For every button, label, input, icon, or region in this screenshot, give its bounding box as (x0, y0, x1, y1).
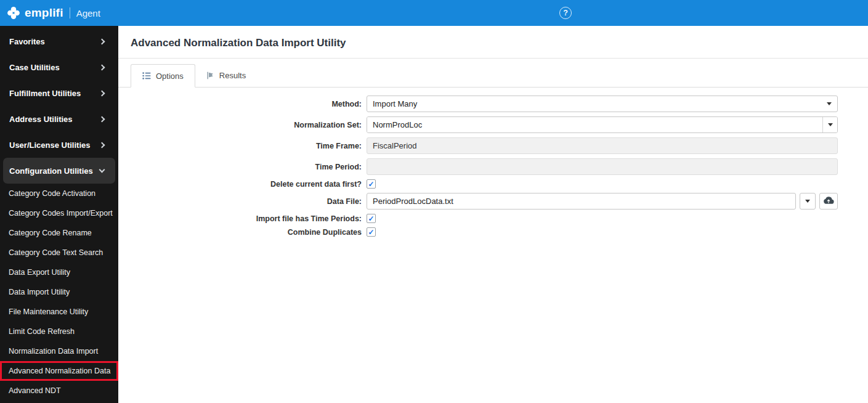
sidebar-subitem-category-code-rename[interactable]: Category Code Rename (0, 223, 118, 243)
sidebar-subitem-label: Category Code Activation (9, 189, 95, 198)
sidebar-item-case-utilities[interactable]: Case Utilities (3, 54, 115, 80)
sidebar-subitem-label: Category Code Text Search (9, 248, 103, 257)
topbar: emplifi Agent ? (0, 0, 868, 26)
chevron-down-icon (828, 123, 833, 126)
form-row-delete-current: Delete current data first? (118, 179, 838, 189)
import-has-time-periods-label: Import file has Time Periods: (118, 214, 367, 223)
delete-current-checkbox[interactable] (367, 179, 376, 189)
brand: emplifi Agent (6, 6, 100, 20)
sidebar: Favorites Case Utilities Fulfillment Uti… (0, 26, 118, 403)
sidebar-item-fulfillment-utilities[interactable]: Fulfillment Utilities (3, 80, 115, 106)
form-row-import-has-time-periods: Import file has Time Periods: (118, 214, 838, 223)
emplifi-logo-icon (6, 6, 21, 20)
data-file-group (367, 193, 838, 210)
delete-current-label: Delete current data first? (118, 180, 367, 189)
chevron-down-icon (827, 102, 832, 105)
combine-duplicates-label: Combine Duplicates (118, 228, 367, 237)
data-file-input[interactable] (367, 193, 796, 210)
page-title: Advanced Normalization Data Import Utili… (118, 26, 868, 49)
chevron-right-icon (99, 90, 105, 96)
sidebar-item-label: Configuration Utilities (9, 166, 93, 176)
data-file-dropdown-button[interactable] (800, 193, 816, 210)
sidebar-subitem-normalization-data-import[interactable]: Normalization Data Import (0, 341, 118, 361)
sidebar-subitem-label: Normalization Data Import (9, 347, 98, 356)
normalization-set-combobox (367, 116, 838, 133)
time-period-label: Time Period: (118, 163, 367, 171)
chevron-right-icon (99, 38, 105, 44)
tab-bar: Options Results (118, 64, 868, 88)
data-file-upload-button[interactable] (819, 193, 838, 210)
form-row-normalization-set: Normalization Set: (118, 116, 838, 133)
chevron-right-icon (99, 64, 105, 70)
tab-label: Options (156, 71, 184, 81)
form-row-data-file: Data File: (118, 193, 838, 210)
sidebar-subitem-label: Data Import Utility (9, 288, 70, 296)
sidebar-subitem-data-import-utility[interactable]: Data Import Utility (0, 282, 118, 302)
sidebar-subitem-label: Advanced Normalization Data (9, 367, 110, 375)
form-row-method: Method: Import Many (118, 96, 838, 112)
normalization-set-dropdown-button[interactable] (822, 117, 837, 132)
sidebar-subitem-file-maintenance-utility[interactable]: File Maintenance Utility (0, 302, 118, 322)
method-label: Method: (118, 100, 367, 108)
form-row-time-period: Time Period: (118, 158, 838, 175)
options-form: Method: Import Many Normalization Set: (118, 88, 868, 237)
app-name: Agent (76, 8, 100, 18)
time-frame-input (367, 137, 838, 154)
brand-separator (70, 7, 70, 18)
sidebar-item-address-utilities[interactable]: Address Utilities (3, 106, 115, 132)
form-row-combine-duplicates: Combine Duplicates (118, 227, 838, 237)
sidebar-subitem-label: Data Export Utility (9, 268, 70, 277)
sidebar-subitem-label: Category Codes Import/Export (9, 209, 113, 218)
sidebar-item-label: Fulfillment Utilities (9, 89, 81, 98)
sidebar-subitem-advanced-ndt[interactable]: Advanced NDT (0, 381, 118, 401)
chevron-down-icon (99, 166, 105, 173)
sidebar-item-label: Case Utilities (9, 63, 60, 72)
chevron-down-icon (805, 200, 810, 203)
flag-icon (206, 71, 214, 79)
brand-name: emplifi (25, 6, 63, 20)
sidebar-subitem-category-codes-import-export[interactable]: Category Codes Import/Export (0, 203, 118, 223)
data-file-label: Data File: (118, 197, 367, 206)
chevron-right-icon (99, 142, 105, 148)
list-icon (142, 72, 151, 79)
chevron-right-icon (99, 116, 105, 122)
normalization-set-input[interactable] (367, 117, 822, 132)
sidebar-item-label: Favorites (9, 37, 45, 46)
normalization-set-label: Normalization Set: (118, 121, 367, 129)
app-window: emplifi Agent ? Favorites Case Utilities… (0, 0, 868, 403)
help-icon[interactable]: ? (559, 7, 572, 19)
sidebar-subitem-label: Limit Code Refresh (9, 327, 75, 336)
main-content: Advanced Normalization Data Import Utili… (118, 26, 868, 403)
form-row-time-frame: Time Frame: (118, 137, 838, 154)
sidebar-subitem-advanced-normalization-data[interactable]: Advanced Normalization Data (0, 361, 118, 381)
time-frame-label: Time Frame: (118, 142, 367, 150)
import-has-time-periods-checkbox[interactable] (367, 214, 376, 223)
sidebar-subitem-data-export-utility[interactable]: Data Export Utility (0, 263, 118, 282)
sidebar-subitem-limit-code-refresh[interactable]: Limit Code Refresh (0, 322, 118, 341)
combine-duplicates-checkbox[interactable] (367, 227, 376, 237)
upload-cloud-icon (823, 196, 834, 206)
sidebar-item-configuration-utilities[interactable]: Configuration Utilities (3, 158, 115, 184)
tab-options[interactable]: Options (131, 64, 195, 88)
tab-results[interactable]: Results (195, 64, 257, 87)
sidebar-item-label: Address Utilities (9, 115, 73, 124)
tab-label: Results (219, 71, 246, 80)
sidebar-subitem-label: Category Code Rename (9, 229, 92, 237)
sidebar-subitem-label: File Maintenance Utility (9, 307, 88, 316)
sidebar-subitem-category-code-activation[interactable]: Category Code Activation (0, 184, 118, 203)
sidebar-subitem-label: Advanced NDT (9, 386, 61, 395)
title-divider (118, 58, 868, 59)
time-period-input (367, 158, 838, 175)
method-selected-value: Import Many (373, 99, 417, 108)
sidebar-item-label: User/License Utilities (9, 140, 91, 150)
sidebar-subitem-category-code-text-search[interactable]: Category Code Text Search (0, 243, 118, 263)
sidebar-item-favorites[interactable]: Favorites (3, 28, 115, 54)
sidebar-item-user-license-utilities[interactable]: User/License Utilities (3, 132, 115, 158)
method-select[interactable]: Import Many (367, 96, 838, 112)
